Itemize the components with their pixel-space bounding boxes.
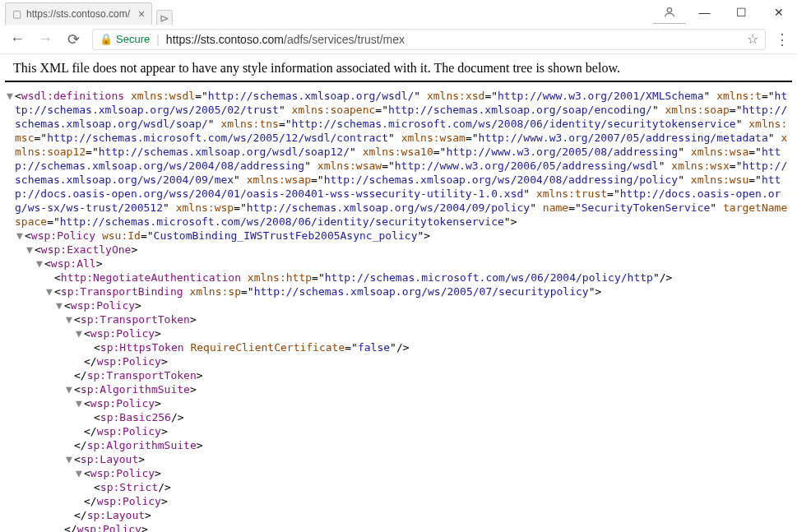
xml-banner: This XML file does not appear to have an… — [5, 54, 792, 82]
svg-point-0 — [667, 7, 671, 12]
browser-toolbar: ← → ⟳ 🔒 Secure | https://sts.contoso.com… — [0, 25, 797, 54]
back-button[interactable]: ← — [5, 27, 30, 52]
lock-icon: 🔒 — [100, 33, 113, 45]
xml-node[interactable]: ▼<wsp:Policy> — [7, 466, 790, 480]
xml-node[interactable]: ▼<sp:TransportBinding xmlns:sp="http://s… — [7, 285, 790, 298]
expand-caret-icon[interactable]: ▼ — [16, 229, 25, 243]
xml-node[interactable]: ▼<wsp:Policy> — [7, 326, 790, 340]
xml-node[interactable]: </sp:AlgorithmSuite> — [7, 438, 790, 452]
minimize-button[interactable]: — — [686, 1, 723, 24]
expand-caret-icon[interactable]: ▼ — [66, 382, 74, 396]
window-titlebar: ▢ https://sts.contoso.com/ × ⊳ — ☐ ✕ — [0, 0, 797, 25]
xml-node[interactable]: </wsp:Policy> — [7, 354, 790, 368]
expand-caret-icon[interactable]: ▼ — [76, 326, 84, 340]
page-viewport[interactable]: This XML file does not appear to have an… — [0, 54, 797, 532]
tab-strip: ▢ https://sts.contoso.com/ × ⊳ — [0, 0, 173, 25]
expand-caret-icon[interactable]: ▼ — [7, 89, 15, 103]
expand-caret-icon[interactable]: ▼ — [76, 466, 84, 480]
tab-title: https://sts.contoso.com/ — [26, 8, 130, 20]
maximize-button[interactable]: ☐ — [723, 1, 760, 24]
xml-node[interactable]: </wsp:Policy> — [7, 522, 790, 532]
url-path: /adfs/services/trust/mex — [284, 33, 405, 46]
tab-close-button[interactable]: × — [138, 7, 145, 21]
expand-caret-icon[interactable]: ▼ — [66, 452, 74, 466]
xml-node[interactable]: </wsp:Policy> — [7, 494, 790, 508]
xml-node[interactable]: <sp:HttpsToken RequireClientCertificate=… — [7, 340, 790, 354]
xml-node[interactable]: ▼<wsp:Policy> — [7, 396, 790, 410]
xml-node[interactable]: ▼<wsdl:definitions xmlns:wsdl="http://sc… — [7, 89, 790, 229]
xml-tree: ▼<wsdl:definitions xmlns:wsdl="http://sc… — [0, 89, 797, 532]
xml-node[interactable]: ▼<wsp:Policy> — [7, 298, 790, 312]
expand-caret-icon[interactable]: ▼ — [66, 312, 74, 326]
browser-tab[interactable]: ▢ https://sts.contoso.com/ × — [5, 2, 152, 25]
xml-node[interactable]: ▼<wsp:ExactlyOne> — [7, 243, 790, 257]
xml-node[interactable]: <sp:Strict/> — [7, 480, 790, 494]
xml-node[interactable]: </sp:TransportToken> — [7, 368, 790, 382]
xml-node[interactable]: </wsp:Policy> — [7, 424, 790, 438]
forward-button[interactable]: → — [33, 27, 58, 52]
secure-label: Secure — [116, 33, 150, 45]
window-controls: — ☐ ✕ — [653, 0, 797, 25]
url-text: https://sts.contoso.com/adfs/services/tr… — [166, 33, 405, 46]
profile-icon[interactable] — [653, 1, 686, 24]
new-tab-button[interactable]: ⊳ — [156, 10, 173, 25]
xml-node[interactable]: ▼<sp:AlgorithmSuite> — [7, 382, 790, 396]
xml-node[interactable]: <http:NegotiateAuthentication xmlns:http… — [7, 271, 790, 285]
address-bar[interactable]: 🔒 Secure | https://sts.contoso.com/adfs/… — [92, 29, 766, 50]
url-host: https://sts.contoso.com — [166, 33, 284, 46]
xml-node[interactable]: <sp:Basic256/> — [7, 410, 790, 424]
xml-node[interactable]: ▼<wsp:Policy wsu:Id="CustomBinding_IWSTr… — [7, 229, 790, 243]
expand-caret-icon[interactable]: ▼ — [36, 257, 44, 271]
xml-node[interactable]: </sp:Layout> — [7, 508, 790, 522]
bookmark-star-icon[interactable]: ☆ — [747, 31, 758, 47]
reload-button[interactable]: ⟳ — [61, 27, 86, 52]
xml-node[interactable]: ▼<sp:TransportToken> — [7, 312, 790, 326]
expand-caret-icon[interactable]: ▼ — [26, 243, 35, 257]
browser-menu-button[interactable]: ⋮ — [772, 30, 792, 49]
expand-caret-icon[interactable]: ▼ — [46, 285, 54, 298]
expand-caret-icon[interactable]: ▼ — [76, 396, 84, 410]
tab-favicon: ▢ — [12, 8, 21, 20]
xml-node[interactable]: ▼<wsp:All> — [7, 257, 790, 271]
expand-caret-icon[interactable]: ▼ — [56, 298, 64, 312]
xml-node[interactable]: ▼<sp:Layout> — [7, 452, 790, 466]
close-window-button[interactable]: ✕ — [760, 1, 797, 24]
security-indicator[interactable]: 🔒 Secure — [100, 33, 150, 45]
url-separator: | — [156, 33, 160, 46]
